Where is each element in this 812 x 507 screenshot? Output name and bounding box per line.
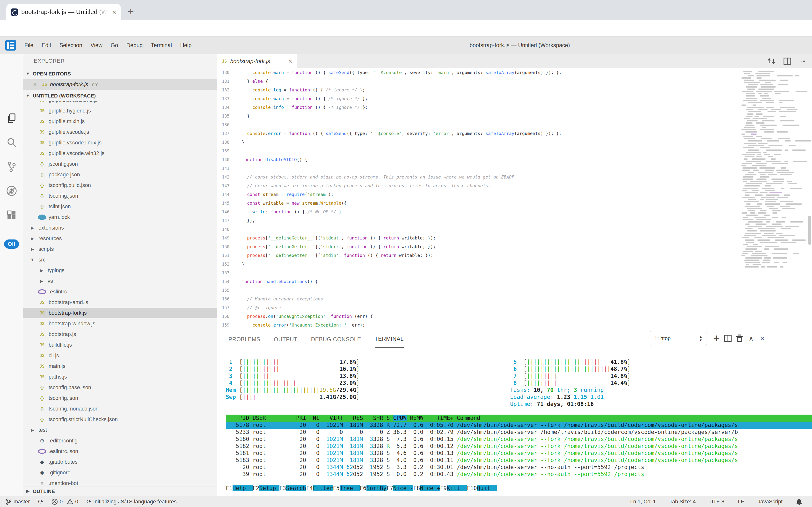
tree-item-extensions[interactable]: ▶extensions bbox=[23, 223, 217, 233]
new-terminal-icon[interactable]: + bbox=[711, 333, 722, 344]
browser-tab[interactable]: bootstrap-fork.js — Untitled (W × bbox=[6, 4, 121, 20]
menu-file[interactable]: File bbox=[20, 42, 38, 49]
code-server-logo[interactable] bbox=[5, 40, 16, 51]
tree-item-.eslintrc.json[interactable]: .eslintrc.json bbox=[23, 446, 217, 457]
tree-item-yarn.lock[interactable]: yarn.lock bbox=[23, 212, 217, 223]
split-terminal-icon[interactable] bbox=[722, 333, 734, 344]
tree-item-.gitattributes[interactable]: ◆.gitattributes bbox=[23, 457, 217, 467]
tree-item-jsconfig.json[interactable]: {}jsconfig.json bbox=[23, 159, 217, 169]
online-toggle-badge[interactable]: Off bbox=[4, 239, 19, 249]
tree-item-typings[interactable]: ▶typings bbox=[23, 265, 217, 276]
tree-item-main.js[interactable]: JSmain.js bbox=[23, 361, 217, 372]
browser-toolbar: ← → ⟳ ide.coder.com ★ J ••• bbox=[0, 20, 812, 37]
json-icon: {} bbox=[38, 172, 46, 177]
tree-item-tsconfig.json[interactable]: {}tsconfig.json bbox=[23, 190, 217, 201]
tree-item-bootstrap-fork.js[interactable]: JSbootstrap-fork.js bbox=[23, 308, 217, 318]
tree-item-vs[interactable]: ▶vs bbox=[23, 276, 217, 286]
tree-item-gulpfile.hygiene.js[interactable]: JSgulpfile.hygiene.js bbox=[23, 106, 217, 116]
tree-item-package.json[interactable]: {}package.json bbox=[23, 169, 217, 180]
tree-item-gulpfile.vscode.win32.js[interactable]: JSgulpfile.vscode.win32.js bbox=[23, 148, 217, 159]
minimap[interactable] bbox=[740, 71, 806, 271]
debug-disabled-icon[interactable] bbox=[0, 180, 23, 202]
panel-tab-debug-console[interactable]: DEBUG CONSOLE bbox=[311, 330, 361, 348]
tree-item-.gitignore[interactable]: ◆.gitignore bbox=[23, 467, 217, 478]
explorer-icon[interactable] bbox=[0, 108, 23, 129]
tree-item-tslint.json[interactable]: {}tslint.json bbox=[23, 201, 217, 212]
js-file-icon: JS bbox=[42, 82, 47, 87]
kill-terminal-icon[interactable] bbox=[734, 333, 745, 344]
tree-item-scripts[interactable]: ▶scripts bbox=[23, 244, 217, 255]
tree-item-test[interactable]: ▶test bbox=[23, 425, 217, 435]
tab-size[interactable]: Tab Size: 4 bbox=[669, 499, 696, 505]
eol[interactable]: LF bbox=[738, 499, 744, 505]
tree-item-tsconfig.base.json[interactable]: {}tsconfig.base.json bbox=[23, 382, 217, 393]
editor-tab[interactable]: JS bootstrap-fork.js × bbox=[217, 54, 297, 68]
close-editor-icon[interactable]: × bbox=[33, 81, 37, 88]
tree-item-tsconfig.monaco.json[interactable]: {}tsconfig.monaco.json bbox=[23, 403, 217, 414]
language-status[interactable]: ⟳ Initializing JS/TS language features bbox=[86, 498, 177, 505]
code-line-138: 138} bbox=[217, 138, 812, 147]
tree-item-gulpfile.mixin.js[interactable]: JSgulpfile.mixin.js bbox=[23, 116, 217, 127]
sync-changes-icon[interactable] bbox=[766, 56, 777, 67]
vscode-menubar: FileEditSelectionViewGoDebugTerminalHelp… bbox=[0, 37, 812, 54]
tree-item-tsconfig.json[interactable]: {}tsconfig.json bbox=[23, 393, 217, 403]
menu-view[interactable]: View bbox=[86, 42, 106, 49]
split-editor-icon[interactable] bbox=[782, 56, 793, 67]
cursor-position[interactable]: Ln 1, Col 1 bbox=[630, 499, 656, 505]
close-tab-icon[interactable]: × bbox=[289, 58, 292, 65]
tab-close-icon[interactable]: × bbox=[112, 8, 117, 16]
js-icon: JS bbox=[38, 342, 46, 347]
new-tab-button[interactable]: + bbox=[128, 7, 134, 16]
panel-tab-problems[interactable]: PROBLEMS bbox=[229, 330, 260, 348]
language-mode[interactable]: JavaScript bbox=[758, 499, 783, 505]
open-editors-header[interactable]: ▼ OPEN EDITORS bbox=[23, 68, 217, 79]
sync-icon[interactable]: ⟳ bbox=[38, 498, 43, 505]
workspace-header[interactable]: ▼ UNTITLED (WORKSPACE) bbox=[23, 91, 217, 101]
terminal[interactable]: 1 [||||||||||||17.8%] 5 [|||||||||||||||… bbox=[226, 358, 812, 492]
bell-icon[interactable] bbox=[796, 498, 802, 505]
search-icon[interactable] bbox=[0, 132, 23, 153]
problems-indicator[interactable]: 0 0 bbox=[52, 499, 78, 505]
menu-help[interactable]: Help bbox=[176, 42, 196, 49]
terminal-select[interactable]: 1: htop ▲▼ bbox=[650, 331, 707, 346]
tree-item-bootstrap-amd.js[interactable]: JSbootstrap-amd.js bbox=[23, 297, 217, 308]
branch-indicator[interactable]: master bbox=[6, 498, 30, 505]
tree-item-gulpfile.vscode.linux.js[interactable]: JSgulpfile.vscode.linux.js bbox=[23, 137, 217, 148]
folder-chevron-icon: ▶ bbox=[38, 268, 45, 273]
editor-scrollbar[interactable] bbox=[808, 216, 811, 245]
tree-item-bootstrap.js[interactable]: JSbootstrap.js bbox=[23, 329, 217, 340]
outline-header[interactable]: ▶ OUTLINE bbox=[23, 486, 217, 496]
maximize-panel-icon[interactable]: ∧ bbox=[746, 333, 757, 344]
tree-item-resources[interactable]: ▶resources bbox=[23, 233, 217, 244]
menu-go[interactable]: Go bbox=[107, 42, 122, 49]
close-panel-icon[interactable]: × bbox=[757, 333, 768, 344]
terminal-line: 39 root 20 0 1344M 62052 1952 S 0.0 0.2 … bbox=[226, 471, 812, 478]
tree-item-gulpfile.extensions.js[interactable]: JSgulpfile.extensions.js bbox=[23, 101, 217, 106]
tree-item-tsconfig.strictNullChecks.json[interactable]: {}tsconfig.strictNullChecks.json bbox=[23, 414, 217, 425]
terminal-line: 5180 root 20 0 1021M 181M 3328 S 7.3 0.6… bbox=[226, 436, 812, 443]
tree-item-cli.js[interactable]: JScli.js bbox=[23, 350, 217, 361]
tree-item-src[interactable]: ▼src bbox=[23, 255, 217, 265]
code-editor[interactable]: 130console.warn = function () { safeSend… bbox=[217, 68, 812, 327]
menu-edit[interactable]: Edit bbox=[38, 42, 55, 49]
menu-debug[interactable]: Debug bbox=[122, 42, 147, 49]
tree-item-.mention-bot[interactable]: ≡.mention-bot bbox=[23, 478, 217, 486]
source-control-icon[interactable] bbox=[0, 156, 23, 177]
tree-item-.eslintrc[interactable]: .eslintrc bbox=[23, 286, 217, 297]
encoding[interactable]: UTF-8 bbox=[709, 499, 724, 505]
terminal-line: 5181 root 20 0 1021M 181M 3328 S 4.6 0.6… bbox=[226, 450, 812, 457]
panel-tab-output[interactable]: OUTPUT bbox=[274, 330, 298, 348]
more-actions-icon[interactable]: ••• bbox=[798, 56, 809, 67]
tree-item-gulpfile.vscode.js[interactable]: JSgulpfile.vscode.js bbox=[23, 127, 217, 137]
extensions-icon[interactable] bbox=[0, 205, 23, 226]
tree-item-bootstrap-window.js[interactable]: JSbootstrap-window.js bbox=[23, 318, 217, 329]
menu-selection[interactable]: Selection bbox=[55, 42, 86, 49]
tree-item-buildfile.js[interactable]: JSbuildfile.js bbox=[23, 340, 217, 350]
panel-tab-terminal[interactable]: TERMINAL bbox=[375, 330, 404, 348]
tree-item-.editorconfig[interactable]: ⚙.editorconfig bbox=[23, 435, 217, 446]
bottom-panel: PROBLEMSOUTPUTDEBUG CONSOLETERMINAL 1: h… bbox=[217, 327, 812, 496]
tree-item-paths.js[interactable]: JSpaths.js bbox=[23, 372, 217, 382]
open-editor-item[interactable]: × JS bootstrap-fork.js src bbox=[23, 79, 217, 90]
tree-item-tsconfig.build.json[interactable]: {}tsconfig.build.json bbox=[23, 180, 217, 190]
menu-terminal[interactable]: Terminal bbox=[147, 42, 176, 49]
